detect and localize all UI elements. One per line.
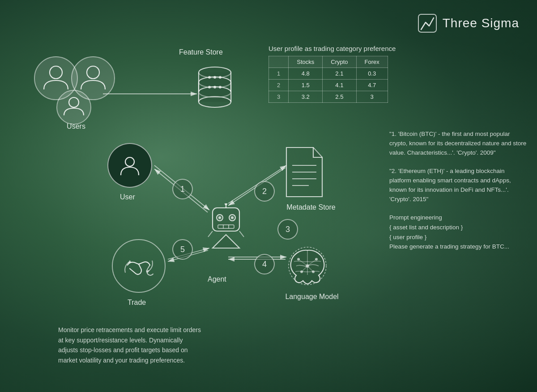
svg-point-27 xyxy=(213,86,216,89)
col-header-forex: Forex xyxy=(356,56,388,68)
logo-area: Three Sigma xyxy=(418,13,519,33)
prompt-line-3: Please generate a trading strategy for B… xyxy=(389,243,509,250)
user-circle xyxy=(107,143,152,188)
metadata-store-icon xyxy=(280,143,329,203)
user-label: User xyxy=(120,193,135,201)
quote-block-1: "1. 'Bitcoin (BTC)' - the first and most… xyxy=(389,130,528,158)
svg-point-28 xyxy=(219,86,222,89)
number-circle-1: 1 xyxy=(172,179,193,199)
prompt-line-1: { asset list and description } xyxy=(389,224,463,231)
logo-text: Three Sigma xyxy=(443,16,519,30)
svg-point-26 xyxy=(208,86,211,89)
svg-line-48 xyxy=(239,231,244,237)
svg-point-41 xyxy=(218,216,221,219)
svg-point-25 xyxy=(219,76,222,79)
svg-point-22 xyxy=(199,97,231,107)
lm-label: Language Model xyxy=(279,293,345,301)
col-header-crypto: Crypto xyxy=(323,56,356,68)
agent-label: Agent xyxy=(208,275,226,283)
logo-icon xyxy=(418,13,437,33)
trade-label: Trade xyxy=(128,299,146,307)
svg-point-38 xyxy=(225,203,227,205)
table-row: 14.82.10.3 xyxy=(269,68,388,80)
trade-circle xyxy=(112,239,166,293)
language-model-icon xyxy=(283,241,332,292)
table-area: User profile as trading category prefere… xyxy=(268,45,396,103)
col-header-0 xyxy=(269,56,289,68)
svg-point-23 xyxy=(208,76,211,79)
table-row: 33.22.53 xyxy=(269,91,388,103)
feature-store-label: Feature Store xyxy=(179,48,223,56)
number-circle-5: 5 xyxy=(172,239,193,260)
number-circle-3: 3 xyxy=(277,219,298,240)
svg-marker-46 xyxy=(213,235,239,248)
table-title: User profile as trading category prefere… xyxy=(268,45,396,52)
svg-point-35 xyxy=(125,157,134,166)
users-group: Users xyxy=(27,54,125,131)
number-circle-4: 4 xyxy=(254,254,275,274)
prompt-block: Prompt engineering { asset list and desc… xyxy=(389,213,528,251)
prompt-label: Prompt engineering xyxy=(389,214,442,221)
bottom-text: Monitor price retracements and execute l… xyxy=(58,325,201,365)
number-circle-2: 2 xyxy=(254,181,275,202)
table-row: 21.54.14.7 xyxy=(269,80,388,91)
col-header-stocks: Stocks xyxy=(289,56,323,68)
svg-point-42 xyxy=(231,216,234,219)
svg-rect-36 xyxy=(213,208,239,231)
right-text-area: "1. 'Bitcoin (BTC)' - the first and most… xyxy=(389,130,528,252)
profile-table: Stocks Crypto Forex 14.82.10.321.54.14.7… xyxy=(268,56,388,103)
svg-point-24 xyxy=(213,76,216,79)
agent-icon xyxy=(199,203,253,263)
svg-line-47 xyxy=(208,231,213,237)
database-icon xyxy=(192,63,237,114)
prompt-line-2: { user profile } xyxy=(389,234,426,240)
metadata-label: Metadate Store xyxy=(282,203,340,211)
quote-block-2: "2. 'Ethereum (ETH)' - a leading blockch… xyxy=(389,167,528,204)
